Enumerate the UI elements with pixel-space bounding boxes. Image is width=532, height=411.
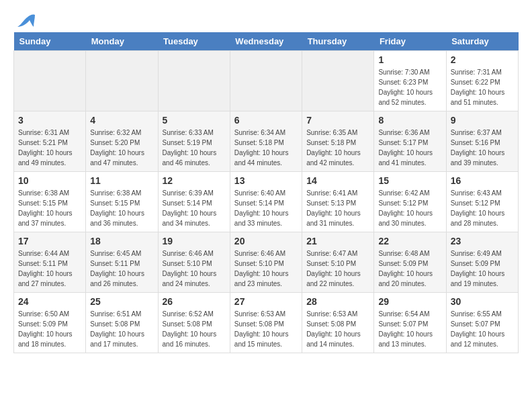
calendar-day-cell: 18Sunrise: 6:45 AMSunset: 5:11 PMDayligh… — [86, 232, 158, 293]
sunrise-label: Sunrise: 6:32 AM — [90, 129, 141, 136]
calendar-day-cell: 15Sunrise: 6:42 AMSunset: 5:12 PMDayligh… — [374, 172, 446, 232]
sunset-label: Sunset: 5:15 PM — [90, 199, 140, 207]
calendar-day-cell: 13Sunrise: 6:40 AMSunset: 5:14 PMDayligh… — [230, 172, 302, 232]
calendar-day-cell: 29Sunrise: 6:54 AMSunset: 5:07 PMDayligh… — [374, 293, 446, 353]
day-number: 13 — [234, 175, 298, 186]
day-number: 8 — [378, 115, 441, 126]
sunset-label: Sunset: 5:20 PM — [90, 139, 140, 146]
sunset-label: Sunset: 5:08 PM — [163, 320, 212, 328]
sunrise-label: Sunrise: 6:40 AM — [234, 189, 285, 197]
calendar-day-cell: 14Sunrise: 6:41 AMSunset: 5:13 PMDayligh… — [302, 172, 374, 232]
calendar-day-cell: 4Sunrise: 6:32 AMSunset: 5:20 PMDaylight… — [86, 111, 158, 172]
calendar-day-cell: 30Sunrise: 6:55 AMSunset: 5:07 PMDayligh… — [446, 293, 518, 353]
day-info: Sunrise: 6:53 AMSunset: 5:08 PMDaylight:… — [234, 309, 298, 349]
day-info: Sunrise: 6:51 AMSunset: 5:08 PMDaylight:… — [90, 309, 153, 349]
calendar-day-cell: 19Sunrise: 6:46 AMSunset: 5:10 PMDayligh… — [158, 232, 230, 293]
sunrise-label: Sunrise: 6:48 AM — [378, 250, 429, 257]
day-number: 18 — [90, 236, 153, 246]
day-info: Sunrise: 6:41 AMSunset: 5:13 PMDaylight:… — [306, 188, 369, 228]
calendar-day-cell — [230, 51, 302, 111]
sunset-label: Sunset: 5:18 PM — [306, 139, 356, 146]
sunrise-label: Sunrise: 6:45 AM — [90, 250, 141, 257]
calendar-table: SundayMondayTuesdayWednesdayThursdayFrid… — [13, 32, 519, 353]
sunrise-label: Sunrise: 6:47 AM — [306, 250, 357, 257]
daylight-label: Daylight: 10 hours and 30 minutes. — [378, 210, 433, 227]
weekday-header-tuesday: Tuesday — [158, 32, 230, 51]
calendar-day-cell: 17Sunrise: 6:44 AMSunset: 5:11 PMDayligh… — [14, 232, 86, 293]
day-info: Sunrise: 6:38 AMSunset: 5:15 PMDaylight:… — [90, 188, 153, 228]
daylight-label: Daylight: 10 hours and 39 minutes. — [451, 149, 505, 167]
day-info: Sunrise: 6:48 AMSunset: 5:09 PMDaylight:… — [378, 248, 441, 289]
sunset-label: Sunset: 5:08 PM — [234, 320, 284, 328]
sunset-label: Sunset: 5:13 PM — [306, 199, 356, 207]
daylight-label: Daylight: 10 hours and 16 minutes. — [163, 330, 217, 348]
day-number: 14 — [306, 175, 369, 186]
day-info: Sunrise: 6:55 AMSunset: 5:07 PMDaylight:… — [451, 309, 514, 349]
sunset-label: Sunset: 6:22 PM — [451, 79, 500, 86]
page-header — [13, 13, 519, 26]
calendar-week-row: 17Sunrise: 6:44 AMSunset: 5:11 PMDayligh… — [14, 232, 519, 293]
day-number: 2 — [451, 54, 514, 65]
logo-bird-icon — [16, 13, 36, 28]
sunset-label: Sunset: 5:14 PM — [163, 199, 212, 207]
day-number: 22 — [378, 236, 441, 246]
weekday-header-sunday: Sunday — [14, 32, 86, 51]
calendar-day-cell: 5Sunrise: 6:33 AMSunset: 5:19 PMDaylight… — [158, 111, 230, 172]
day-info: Sunrise: 6:40 AMSunset: 5:14 PMDaylight:… — [234, 188, 298, 228]
calendar-header-row: SundayMondayTuesdayWednesdayThursdayFrid… — [14, 32, 519, 51]
calendar-day-cell — [302, 51, 374, 111]
calendar-day-cell: 25Sunrise: 6:51 AMSunset: 5:08 PMDayligh… — [86, 293, 158, 353]
day-info: Sunrise: 6:47 AMSunset: 5:10 PMDaylight:… — [306, 248, 369, 289]
daylight-label: Daylight: 10 hours and 28 minutes. — [451, 210, 505, 227]
sunrise-label: Sunrise: 6:39 AM — [163, 189, 214, 197]
weekday-header-wednesday: Wednesday — [230, 32, 302, 51]
day-info: Sunrise: 6:49 AMSunset: 5:09 PMDaylight:… — [451, 248, 514, 289]
calendar-day-cell: 21Sunrise: 6:47 AMSunset: 5:10 PMDayligh… — [302, 232, 374, 293]
day-info: Sunrise: 6:45 AMSunset: 5:11 PMDaylight:… — [90, 248, 153, 289]
day-info: Sunrise: 6:44 AMSunset: 5:11 PMDaylight:… — [18, 248, 81, 289]
calendar-day-cell: 11Sunrise: 6:38 AMSunset: 5:15 PMDayligh… — [86, 172, 158, 232]
sunset-label: Sunset: 5:07 PM — [451, 320, 500, 328]
weekday-header-friday: Friday — [374, 32, 446, 51]
calendar-day-cell: 22Sunrise: 6:48 AMSunset: 5:09 PMDayligh… — [374, 232, 446, 293]
calendar-day-cell: 7Sunrise: 6:35 AMSunset: 5:18 PMDaylight… — [302, 111, 374, 172]
sunset-label: Sunset: 5:11 PM — [18, 260, 68, 267]
day-info: Sunrise: 6:33 AMSunset: 5:19 PMDaylight:… — [163, 128, 226, 168]
sunset-label: Sunset: 6:23 PM — [378, 79, 428, 86]
sunrise-label: Sunrise: 6:54 AM — [378, 310, 429, 318]
daylight-label: Daylight: 10 hours and 37 minutes. — [18, 210, 73, 227]
day-number: 15 — [378, 175, 441, 186]
day-info: Sunrise: 6:42 AMSunset: 5:12 PMDaylight:… — [378, 188, 441, 228]
calendar-week-row: 10Sunrise: 6:38 AMSunset: 5:15 PMDayligh… — [14, 172, 519, 232]
day-number: 5 — [163, 115, 226, 126]
day-number: 26 — [163, 296, 226, 307]
sunrise-label: Sunrise: 6:49 AM — [451, 250, 502, 257]
daylight-label: Daylight: 10 hours and 44 minutes. — [234, 149, 289, 167]
sunset-label: Sunset: 5:18 PM — [234, 139, 284, 146]
daylight-label: Daylight: 10 hours and 22 minutes. — [306, 270, 361, 287]
sunset-label: Sunset: 5:10 PM — [163, 260, 212, 267]
day-number: 1 — [378, 54, 441, 65]
sunset-label: Sunset: 5:08 PM — [90, 320, 140, 328]
day-number: 9 — [451, 115, 514, 126]
calendar-day-cell: 20Sunrise: 6:46 AMSunset: 5:10 PMDayligh… — [230, 232, 302, 293]
sunset-label: Sunset: 5:17 PM — [378, 139, 428, 146]
calendar-day-cell: 27Sunrise: 6:53 AMSunset: 5:08 PMDayligh… — [230, 293, 302, 353]
sunset-label: Sunset: 5:21 PM — [18, 139, 68, 146]
daylight-label: Daylight: 10 hours and 41 minutes. — [378, 149, 433, 167]
day-number: 23 — [451, 236, 514, 246]
sunrise-label: Sunrise: 6:31 AM — [18, 129, 69, 136]
daylight-label: Daylight: 10 hours and 26 minutes. — [90, 270, 144, 287]
sunrise-label: Sunrise: 7:30 AM — [378, 68, 429, 76]
sunset-label: Sunset: 5:07 PM — [378, 320, 428, 328]
day-number: 12 — [163, 175, 226, 186]
sunset-label: Sunset: 5:10 PM — [234, 260, 284, 267]
daylight-label: Daylight: 10 hours and 18 minutes. — [18, 330, 73, 348]
sunset-label: Sunset: 5:12 PM — [378, 199, 428, 207]
daylight-label: Daylight: 10 hours and 12 minutes. — [451, 330, 505, 348]
sunrise-label: Sunrise: 6:34 AM — [234, 129, 285, 136]
daylight-label: Daylight: 10 hours and 24 minutes. — [163, 270, 217, 287]
sunset-label: Sunset: 5:16 PM — [451, 139, 500, 146]
sunrise-label: Sunrise: 6:33 AM — [163, 129, 214, 136]
day-number: 6 — [234, 115, 298, 126]
